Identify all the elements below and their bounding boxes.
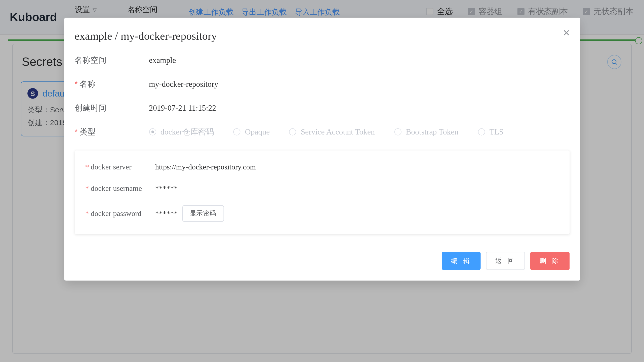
modal-title: example / my-docker-repository — [74, 30, 569, 42]
type-sa-token-option[interactable]: Service Account Token — [289, 127, 375, 137]
secret-detail-modal: ✕ example / my-docker-repository 名称空间 ex… — [64, 18, 580, 281]
docker-password-row: *docker password ****** 显示密码 — [85, 205, 559, 222]
docker-server-label: *docker server — [85, 163, 155, 172]
modal-footer: 编 辑 返 回 删 除 — [74, 252, 569, 270]
created-field-label: 创建时间 — [74, 103, 149, 113]
modal-overlay: ✕ example / my-docker-repository 名称空间 ex… — [0, 0, 644, 362]
radio-icon — [149, 128, 156, 135]
type-option-label: Opaque — [245, 127, 270, 137]
type-bootstrap-option[interactable]: Bootstrap Token — [394, 127, 458, 137]
back-button[interactable]: 返 回 — [486, 252, 525, 270]
type-field-label: *类型 — [74, 126, 149, 137]
docker-password-label: *docker password — [85, 209, 155, 218]
show-password-button[interactable]: 显示密码 — [182, 205, 224, 222]
type-option-label: Bootstrap Token — [406, 127, 458, 137]
type-radio-group: docker仓库密码 Opaque Service Account Token … — [149, 126, 504, 137]
edit-button[interactable]: 编 辑 — [442, 252, 481, 270]
radio-icon — [233, 128, 240, 135]
type-docker-option[interactable]: docker仓库密码 — [149, 126, 214, 137]
type-tls-option[interactable]: TLS — [478, 127, 504, 137]
docker-server-row: *docker server https://my-docker-reposit… — [85, 163, 559, 172]
name-field-label: *名称 — [74, 79, 149, 89]
docker-username-label: *docker username — [85, 184, 155, 193]
docker-password-value: ****** — [155, 209, 178, 218]
close-button[interactable]: ✕ — [563, 27, 570, 38]
namespace-row: 名称空间 example — [74, 55, 569, 65]
namespace-field-label: 名称空间 — [74, 55, 149, 65]
radio-icon — [394, 128, 401, 135]
created-value: 2019-07-21 11:15:22 — [149, 103, 216, 113]
namespace-value: example — [149, 56, 176, 65]
type-option-label: Service Account Token — [301, 127, 375, 137]
created-row: 创建时间 2019-07-21 11:15:22 — [74, 103, 569, 113]
docker-server-value: https://my-docker-repository.com — [155, 163, 256, 172]
delete-button[interactable]: 删 除 — [530, 252, 569, 270]
type-row: *类型 docker仓库密码 Opaque Service Account To… — [74, 126, 569, 137]
name-row: *名称 my-docker-repository — [74, 79, 569, 89]
type-opaque-option[interactable]: Opaque — [233, 127, 270, 137]
docker-username-value: ****** — [155, 184, 178, 193]
type-option-label: docker仓库密码 — [160, 126, 214, 137]
docker-config-card: *docker server https://my-docker-reposit… — [74, 151, 569, 234]
name-value: my-docker-repository — [149, 79, 218, 89]
type-option-label: TLS — [490, 127, 504, 137]
radio-icon — [289, 128, 296, 135]
docker-username-row: *docker username ****** — [85, 184, 559, 193]
radio-icon — [478, 128, 485, 135]
